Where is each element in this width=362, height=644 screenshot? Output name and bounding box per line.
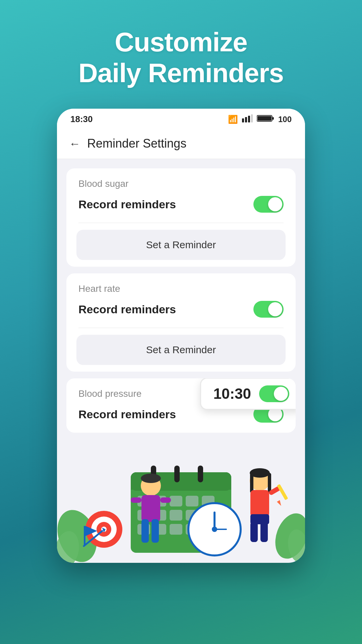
svg-rect-55 [250, 490, 269, 517]
blood-sugar-toggle[interactable] [253, 196, 284, 213]
status-icons: 📶 100 [228, 114, 292, 124]
svg-rect-47 [152, 519, 159, 543]
svg-rect-6 [273, 117, 274, 120]
heart-rate-label: Heart rate [78, 283, 284, 294]
svg-rect-45 [141, 495, 160, 522]
target-icon [84, 511, 122, 548]
svg-point-50 [141, 474, 161, 483]
svg-rect-58 [260, 522, 268, 542]
back-button[interactable]: ← [69, 137, 80, 150]
blood-pressure-card: Blood pressure 10:30 Record reminders [66, 378, 296, 433]
phone-mockup: 18:30 📶 100 ← Remi [57, 109, 305, 563]
illustration-area [57, 442, 305, 563]
heart-rate-reminder-label: Record reminders [78, 303, 176, 316]
heart-rate-divider [78, 328, 284, 328]
blood-sugar-label: Blood sugar [78, 178, 284, 189]
nav-bar: ← Reminder Settings [57, 130, 305, 159]
blood-sugar-reminder-label: Record reminders [78, 198, 176, 211]
svg-rect-32 [170, 510, 182, 521]
svg-rect-3 [251, 114, 253, 122]
svg-rect-57 [250, 522, 258, 542]
heart-rate-set-reminder-button[interactable]: Set a Reminder [76, 335, 286, 365]
status-bar: 18:30 📶 100 [57, 109, 305, 130]
signal-icon [242, 114, 253, 124]
blood-sugar-reminder-row: Record reminders [78, 196, 284, 213]
clock-icon [188, 503, 241, 555]
heart-rate-card: Heart rate Record reminders Set a Remind… [66, 273, 296, 372]
svg-rect-54 [268, 473, 271, 493]
blood-sugar-card: Blood sugar Record reminders Set a Remin… [66, 168, 296, 267]
svg-rect-53 [250, 473, 253, 493]
time-bubble-text: 10:30 [213, 385, 251, 402]
heart-rate-reminder-row: Record reminders [78, 301, 284, 318]
blood-sugar-set-reminder-button[interactable]: Set a Reminder [76, 230, 286, 260]
svg-rect-60 [277, 484, 288, 500]
svg-rect-5 [257, 116, 272, 121]
main-title: Customize Daily Reminders [78, 27, 284, 89]
svg-rect-27 [170, 496, 182, 506]
svg-rect-24 [198, 466, 203, 482]
svg-rect-1 [245, 117, 247, 122]
svg-rect-17 [84, 526, 85, 546]
blood-pressure-label: Blood pressure [78, 388, 141, 399]
wifi-icon: 📶 [228, 115, 238, 124]
svg-rect-28 [186, 496, 198, 506]
battery-percent: 100 [278, 115, 292, 124]
svg-marker-61 [277, 500, 283, 507]
svg-rect-0 [242, 118, 244, 122]
svg-rect-46 [141, 519, 149, 543]
blood-sugar-section: Blood sugar Record reminders [66, 168, 296, 223]
status-time: 18:30 [70, 114, 93, 124]
battery-icon [257, 114, 274, 124]
svg-rect-37 [170, 524, 182, 535]
illustration-svg [57, 442, 305, 563]
svg-rect-48 [131, 497, 141, 503]
svg-rect-2 [248, 116, 250, 122]
page-title: Reminder Settings [87, 137, 186, 151]
svg-rect-49 [160, 497, 171, 503]
blood-sugar-divider [78, 223, 284, 223]
time-bubble: 10:30 [200, 378, 296, 410]
leaves-right-icon [269, 509, 305, 563]
blood-pressure-row: Blood pressure 10:30 [66, 378, 296, 399]
svg-rect-23 [174, 466, 180, 482]
blood-pressure-reminder-label: Record reminders [78, 408, 176, 421]
content-area: Blood sugar Record reminders Set a Remin… [57, 159, 305, 442]
heart-rate-toggle[interactable] [253, 301, 284, 318]
heart-rate-section: Heart rate Record reminders [66, 273, 296, 328]
time-bubble-toggle[interactable] [259, 385, 289, 402]
